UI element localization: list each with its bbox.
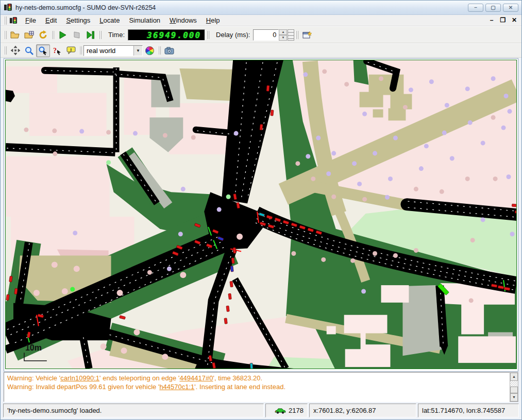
vehicle[interactable] (226, 306, 229, 311)
delay-spin-down[interactable]: ▼ (279, 35, 287, 41)
toolbar-grip[interactable] (296, 31, 298, 39)
vehicle[interactable] (230, 281, 233, 287)
delay-spin-up[interactable]: ▲ (279, 29, 287, 35)
log-link-vehicle-id[interactable]: h44570c1:1 (159, 383, 194, 391)
menu-file[interactable]: File (21, 15, 41, 25)
zoom-button[interactable] (22, 44, 36, 57)
tree-dot (468, 120, 473, 125)
tree-dot (33, 290, 40, 296)
toolbar-grip[interactable] (52, 31, 54, 39)
vehicle[interactable] (14, 288, 18, 294)
menu-locate[interactable]: Locate (95, 15, 124, 25)
recenter-button[interactable] (8, 44, 22, 57)
open-network-button[interactable] (22, 28, 36, 41)
message-log[interactable]: Warning: Vehicle 'carIn10990:1' ends tel… (4, 372, 510, 402)
tree-dot (331, 195, 336, 199)
tree-dot (62, 288, 68, 294)
tree-dot (465, 86, 470, 91)
mdi-restore-button[interactable]: ❐ (498, 16, 508, 25)
traffic-light-dot (70, 287, 75, 292)
vehicle[interactable] (233, 248, 236, 253)
menu-settings[interactable]: Settings (61, 15, 95, 25)
vehicle[interactable] (271, 110, 274, 116)
title-bar: hy-nets-demo.sumocfg - SUMO dev-SVN-r262… (1, 1, 521, 15)
scroll-down-icon[interactable]: ▼ (510, 393, 518, 401)
log-link-vehicle-id[interactable]: carIn10990:1 (60, 374, 99, 382)
toolbar-grip[interactable] (79, 46, 82, 55)
tree-dot (350, 258, 355, 263)
scale-label: 10m (25, 343, 42, 352)
tree-dot (322, 69, 327, 74)
run-button[interactable] (56, 28, 70, 41)
tree-dot (52, 261, 58, 268)
vehicle[interactable] (512, 204, 517, 207)
tree-dot (508, 109, 512, 114)
vehicle[interactable] (266, 85, 270, 91)
chevron-down-icon[interactable]: ▼ (133, 46, 142, 56)
reload-button[interactable] (36, 28, 50, 41)
tree-dot (424, 144, 429, 148)
simulation-map-canvas[interactable]: 10m (5, 60, 517, 369)
open-folder-icon (10, 31, 20, 39)
toolbar-grip[interactable] (99, 31, 102, 39)
vehicle[interactable] (250, 363, 253, 369)
step-button[interactable] (83, 28, 97, 41)
vehicle-count-panel[interactable]: 2178 (265, 404, 308, 417)
vehicle[interactable] (230, 266, 233, 272)
log-link-edge-id[interactable]: 4494417#0 (179, 374, 213, 382)
comments-button[interactable]: ! (64, 44, 78, 57)
log-scrollbar[interactable]: ▲ ▼ (510, 372, 518, 402)
vehicle[interactable] (515, 211, 517, 214)
vehicle[interactable] (260, 124, 263, 130)
tree-dot (393, 136, 398, 141)
tree-dot (469, 298, 474, 303)
vehicle[interactable] (224, 318, 227, 324)
tree-dot (133, 329, 140, 336)
scrollbar-track[interactable] (510, 381, 518, 387)
status-bar: 'hy-nets-demo.sumocfg' loaded. 2178 x:76… (1, 402, 521, 419)
edit-coloring-button[interactable] (143, 44, 157, 57)
vehicle[interactable] (228, 293, 231, 299)
menu-edit[interactable]: Edit (41, 15, 61, 25)
tree-dot (291, 251, 296, 256)
tree-dot (73, 231, 77, 235)
tree-dot (419, 166, 424, 171)
toolbar-grip[interactable] (4, 31, 7, 39)
mdi-minimize-button[interactable]: – (486, 16, 497, 25)
locate-pick-button[interactable] (36, 44, 50, 57)
toolbar-grip[interactable] (158, 46, 161, 55)
color-scheme-combobox[interactable]: real world ▼ (83, 45, 143, 56)
menu-windows[interactable]: Windows (165, 15, 201, 25)
help-pointer-button[interactable]: ? (50, 44, 64, 57)
stop-icon-disabled (73, 31, 81, 39)
vehicle[interactable] (231, 258, 234, 264)
vehicle[interactable] (9, 276, 12, 282)
delay-dial[interactable] (288, 29, 294, 41)
svg-text:!: ! (70, 47, 72, 52)
tree-dot (180, 272, 186, 278)
stop-button[interactable] (70, 28, 83, 41)
scroll-up-icon[interactable]: ▲ (510, 373, 518, 381)
maximize-button[interactable]: ▢ (485, 4, 501, 12)
tree-dot (306, 154, 310, 159)
minimize-button[interactable]: – (468, 4, 483, 12)
menu-help[interactable]: Help (201, 15, 225, 25)
tree-dot (470, 238, 475, 242)
menu-simulation[interactable]: Simulation (124, 15, 165, 25)
time-display: 36949.000 (128, 29, 205, 41)
delay-input[interactable] (253, 29, 279, 41)
vehicle[interactable] (6, 294, 9, 301)
scrollbar-thumb[interactable] (510, 387, 518, 393)
close-button[interactable]: ✕ (503, 4, 518, 12)
snapshot-button[interactable] (162, 44, 176, 57)
toolbar-grip[interactable] (207, 31, 209, 39)
toolbar-grip[interactable] (4, 16, 7, 25)
tree-dot (414, 248, 418, 253)
mdi-close-button[interactable]: ✕ (509, 16, 519, 25)
tree-dot (121, 347, 127, 354)
tree-dot (100, 343, 107, 349)
toolbar-grip[interactable] (4, 46, 7, 55)
mdi-window-icon (9, 16, 18, 25)
open-config-button[interactable] (8, 28, 22, 41)
new-view-button[interactable] (300, 28, 314, 41)
